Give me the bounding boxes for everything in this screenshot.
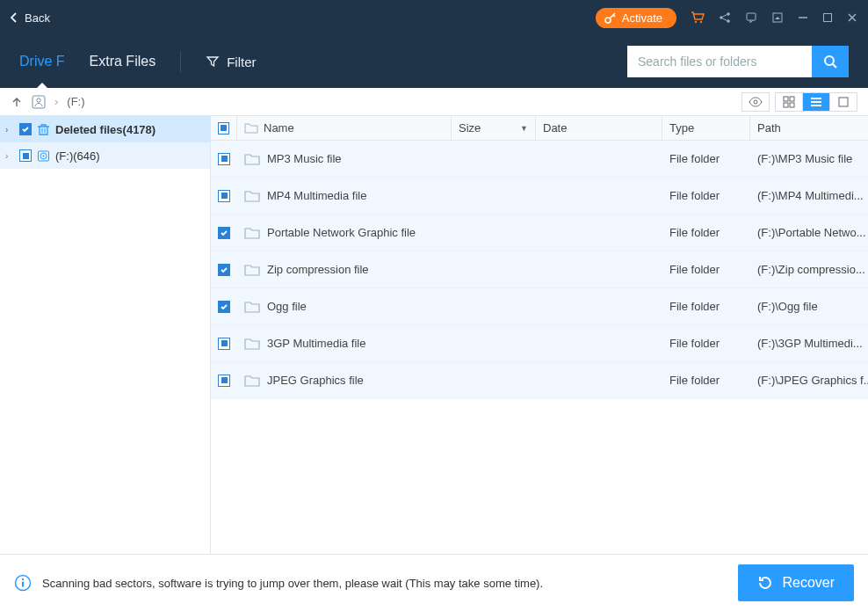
table-row[interactable]: 3GP Multimedia fileFile folder(F:)\3GP M… bbox=[211, 325, 868, 362]
folder-icon bbox=[244, 227, 260, 239]
titlebar: Back Activate bbox=[0, 0, 868, 35]
minimize-icon[interactable] bbox=[798, 12, 808, 23]
activate-label: Activate bbox=[622, 11, 662, 25]
tree-label: (F:)(646) bbox=[55, 149, 100, 163]
search-button[interactable] bbox=[812, 46, 849, 77]
folder-icon bbox=[244, 190, 260, 202]
cell-path: (F:)\Portable Netwo... bbox=[750, 226, 868, 239]
detail-icon bbox=[838, 97, 849, 107]
toolbar-right bbox=[736, 92, 857, 112]
cell-type: File folder bbox=[662, 374, 750, 387]
feedback-icon[interactable] bbox=[745, 11, 757, 24]
toolbar: › (F:) bbox=[0, 88, 868, 116]
tab-extra-files[interactable]: Extra Files bbox=[90, 35, 156, 88]
cell-name: Zip compression file bbox=[267, 263, 369, 276]
table-row[interactable]: Zip compression fileFile folder(F:)\Zip … bbox=[211, 251, 868, 288]
row-checkbox[interactable] bbox=[218, 375, 230, 387]
recover-label: Recover bbox=[782, 575, 835, 591]
tab-drive[interactable]: Drive F bbox=[19, 35, 65, 88]
sidebar-item-1[interactable]: ›(F:)(646) bbox=[0, 142, 210, 169]
info-icon bbox=[14, 574, 32, 592]
view-grid[interactable] bbox=[775, 92, 803, 112]
sidebar-item-0[interactable]: ›Deleted files(4178) bbox=[0, 116, 210, 142]
back-label: Back bbox=[25, 11, 50, 25]
svg-rect-15 bbox=[784, 97, 788, 101]
trash-icon bbox=[37, 123, 50, 136]
titlebar-left: Back bbox=[11, 11, 50, 25]
user-icon[interactable] bbox=[32, 95, 46, 109]
table-row[interactable]: Portable Network Graphic fileFile folder… bbox=[211, 215, 868, 251]
table-row[interactable]: MP3 Music fileFile folder(F:)\MP3 Music … bbox=[211, 141, 868, 178]
folder-icon bbox=[244, 301, 260, 313]
table-row[interactable]: JPEG Graphics fileFile folder(F:)\JPEG G… bbox=[211, 362, 868, 399]
maximize-icon[interactable] bbox=[822, 12, 833, 23]
svg-point-5 bbox=[727, 19, 730, 23]
chevron-right-icon[interactable]: › bbox=[5, 151, 14, 161]
row-checkbox[interactable] bbox=[218, 338, 230, 350]
svg-point-27 bbox=[43, 155, 45, 156]
cell-name: Ogg file bbox=[267, 300, 307, 313]
tree-checkbox[interactable] bbox=[19, 123, 32, 135]
nav-divider bbox=[180, 51, 181, 72]
filter-label: Filter bbox=[227, 55, 256, 69]
back-button[interactable]: Back bbox=[11, 11, 50, 25]
preview-toggle[interactable] bbox=[741, 92, 770, 112]
header-path[interactable]: Path bbox=[750, 116, 868, 140]
svg-point-1 bbox=[695, 21, 697, 23]
recover-icon bbox=[757, 575, 773, 591]
row-checkbox[interactable] bbox=[218, 264, 230, 276]
row-checkbox[interactable] bbox=[218, 153, 230, 165]
disk-icon bbox=[37, 149, 50, 163]
activate-button[interactable]: Activate bbox=[596, 8, 676, 28]
svg-point-29 bbox=[22, 578, 24, 580]
svg-point-2 bbox=[700, 21, 702, 23]
table-row[interactable]: Ogg fileFile folder(F:)\Ogg file bbox=[211, 288, 868, 325]
row-checkbox[interactable] bbox=[218, 190, 230, 202]
folder-icon bbox=[244, 122, 258, 134]
header-size[interactable]: Size ▼ bbox=[452, 116, 536, 140]
up-icon[interactable] bbox=[11, 96, 23, 108]
view-list[interactable] bbox=[802, 92, 830, 112]
row-checkbox[interactable] bbox=[218, 227, 230, 239]
filter-icon bbox=[206, 55, 220, 69]
header-date[interactable]: Date bbox=[536, 116, 662, 140]
header-type[interactable]: Type bbox=[662, 116, 750, 140]
chevron-right-icon[interactable]: › bbox=[5, 125, 14, 135]
cell-name: MP3 Music file bbox=[267, 152, 342, 165]
toolbar-left: › (F:) bbox=[11, 95, 85, 109]
table-body: MP3 Music fileFile folder(F:)\MP3 Music … bbox=[211, 141, 868, 399]
breadcrumb[interactable]: (F:) bbox=[67, 95, 84, 108]
folder-icon bbox=[244, 153, 260, 165]
svg-rect-30 bbox=[22, 582, 24, 587]
cell-path: (F:)\Ogg file bbox=[750, 300, 868, 313]
header-name[interactable]: Name bbox=[237, 116, 452, 140]
close-icon[interactable] bbox=[847, 12, 857, 23]
table-row[interactable]: MP4 Multimedia fileFile folder(F:)\MP4 M… bbox=[211, 178, 868, 215]
cart-icon[interactable] bbox=[691, 11, 705, 25]
status-text: Scanning bad sectors, software is trying… bbox=[42, 577, 543, 590]
header-checkbox-cell bbox=[211, 116, 237, 140]
row-checkbox[interactable] bbox=[218, 301, 230, 313]
content: Name Size ▼ Date Type Path MP3 Music fil… bbox=[211, 116, 868, 554]
menu-icon[interactable] bbox=[771, 11, 784, 24]
search-input[interactable] bbox=[627, 46, 812, 77]
header-checkbox[interactable] bbox=[218, 122, 229, 135]
search-icon bbox=[822, 54, 838, 69]
cell-type: File folder bbox=[662, 226, 750, 239]
eye-icon bbox=[749, 97, 763, 107]
cell-path: (F:)\Zip compressio... bbox=[750, 263, 868, 276]
tab-extra-label: Extra Files bbox=[90, 54, 156, 69]
folder-icon bbox=[244, 375, 260, 387]
filter-button[interactable]: Filter bbox=[206, 55, 256, 69]
view-detail[interactable] bbox=[829, 92, 857, 112]
cell-path: (F:)\MP3 Music file bbox=[750, 152, 868, 165]
tree-checkbox[interactable] bbox=[19, 149, 32, 162]
share-icon[interactable] bbox=[719, 11, 731, 24]
cell-path: (F:)\JPEG Graphics f... bbox=[750, 374, 868, 387]
key-icon bbox=[604, 11, 617, 24]
cell-name: Portable Network Graphic file bbox=[267, 226, 416, 239]
recover-button[interactable]: Recover bbox=[738, 564, 854, 601]
main: ›Deleted files(4178)›(F:)(646) Name Size… bbox=[0, 116, 868, 554]
svg-rect-18 bbox=[790, 103, 794, 107]
titlebar-right: Activate bbox=[596, 8, 857, 28]
